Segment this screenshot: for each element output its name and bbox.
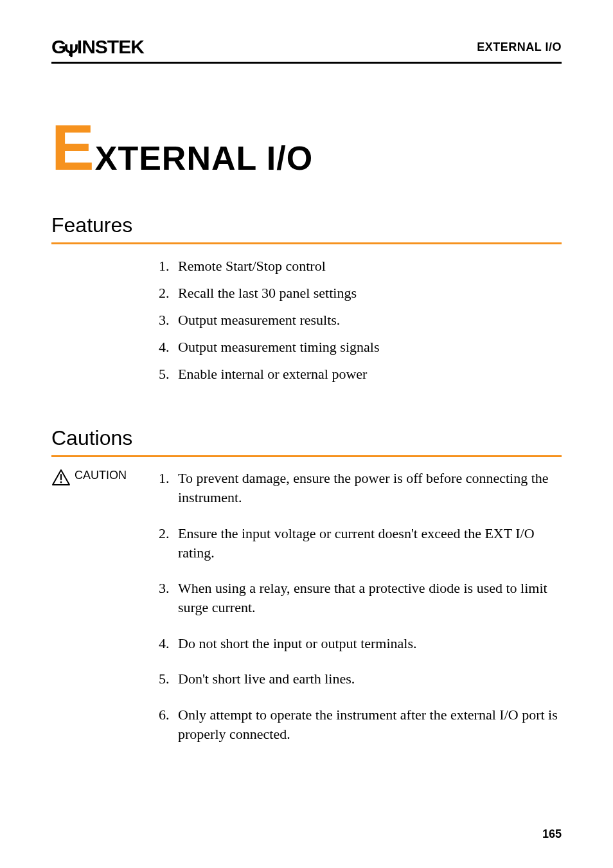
caution-triangle-icon xyxy=(51,469,71,487)
list-item: Remote Start/Stop control xyxy=(173,256,562,276)
brand-logo: G INSTEK xyxy=(51,36,144,58)
list-item: Don't short live and earth lines. xyxy=(173,669,562,689)
logo-text: INSTEK xyxy=(77,36,144,58)
list-item: Only attempt to operate the instrument a… xyxy=(173,705,562,743)
features-left-col xyxy=(51,256,157,390)
cautions-left-col: CAUTION xyxy=(51,469,157,760)
cautions-list: To prevent damage, ensure the power is o… xyxy=(157,469,562,743)
list-item: Enable internal or external power xyxy=(173,364,562,384)
header-section-title: EXTERNAL I/O xyxy=(477,41,562,54)
chapter-title: EXTERNAL I/O xyxy=(51,122,562,177)
page-number: 165 xyxy=(542,827,562,841)
features-block: Remote Start/Stop control Recall the las… xyxy=(51,256,562,390)
caution-label: CAUTION xyxy=(75,469,127,482)
logo-pitchfork-icon xyxy=(64,40,78,54)
list-item: To prevent damage, ensure the power is o… xyxy=(173,469,562,507)
chapter-rest: XTERNAL I/O xyxy=(95,140,313,177)
list-item: Recall the last 30 panel settings xyxy=(173,283,562,303)
features-right-col: Remote Start/Stop control Recall the las… xyxy=(157,256,562,390)
list-item: When using a relay, ensure that a protec… xyxy=(173,579,562,617)
logo-letter-g: G xyxy=(51,36,66,58)
list-item: Output measurement results. xyxy=(173,310,562,330)
section-title-cautions: Cautions xyxy=(51,426,562,457)
cautions-right-col: To prevent damage, ensure the power is o… xyxy=(157,469,562,760)
cautions-block: CAUTION To prevent damage, ensure the po… xyxy=(51,469,562,760)
list-item: Do not short the input or output termina… xyxy=(173,634,562,653)
svg-point-1 xyxy=(60,482,62,484)
features-list: Remote Start/Stop control Recall the las… xyxy=(157,256,562,384)
section-title-features: Features xyxy=(51,213,562,244)
page-header: G INSTEK EXTERNAL I/O xyxy=(51,36,562,64)
chapter-first-letter: E xyxy=(51,111,95,183)
list-item: Output measurement timing signals xyxy=(173,337,562,357)
list-item: Ensure the input voltage or current does… xyxy=(173,524,562,562)
